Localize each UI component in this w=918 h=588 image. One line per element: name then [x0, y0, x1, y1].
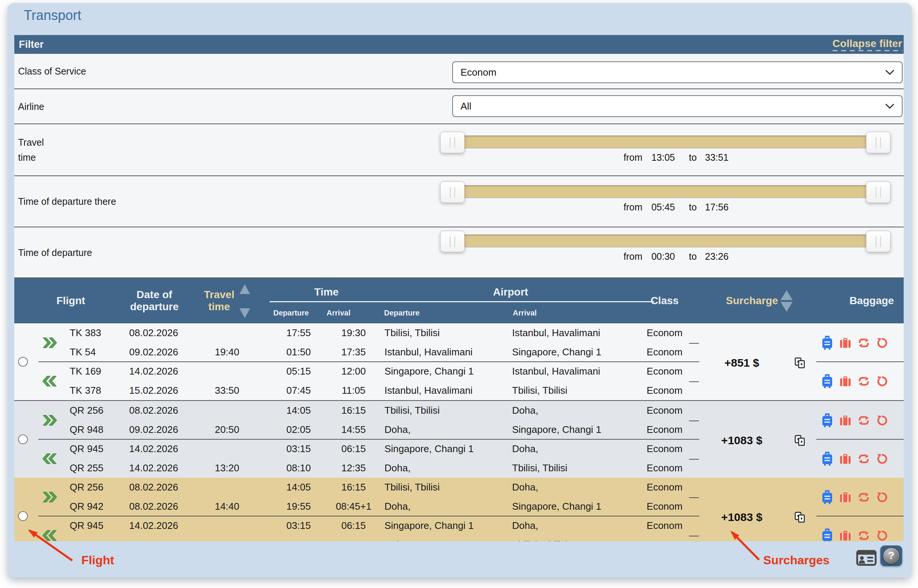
- baggage-luggage-icon[interactable]: [823, 414, 832, 428]
- baggage-luggage-icon[interactable]: [823, 490, 832, 504]
- baggage-luggage-icon[interactable]: [823, 336, 832, 350]
- column-header-baggage: Baggage: [834, 278, 904, 323]
- slider-track[interactable]: [452, 234, 878, 247]
- slider-handle-min[interactable]: [440, 132, 465, 153]
- baggage-actions-outbound: [822, 488, 904, 507]
- column-group-time: Time: [296, 284, 357, 300]
- departure-time: 19:55: [270, 497, 327, 516]
- arrival-airport: Doha,: [512, 439, 636, 459]
- baggage-undo-icon[interactable]: [877, 415, 888, 426]
- fare-dash: —: [685, 415, 703, 425]
- baggage-undo-icon[interactable]: [877, 454, 888, 464]
- to-label: to: [688, 152, 697, 163]
- to-label: to: [688, 202, 697, 212]
- sort-desc-icon[interactable]: [781, 302, 793, 312]
- help-button[interactable]: ?: [880, 546, 902, 566]
- arrival-time: 06:15: [325, 439, 382, 459]
- filter-label: Travel time: [18, 124, 44, 175]
- copy-fare-icon[interactable]: [795, 357, 806, 368]
- range-min-value: 13:05: [651, 152, 675, 163]
- arrival-airport: Doha,: [512, 516, 636, 535]
- baggage-undo-icon[interactable]: [877, 492, 888, 502]
- travel-time-value: 13:20: [199, 535, 255, 541]
- baggage-repeat-icon[interactable]: [858, 454, 870, 464]
- baggage-suitcase-icon[interactable]: [840, 415, 850, 425]
- slider-track[interactable]: [452, 185, 878, 198]
- baggage-suitcase-icon[interactable]: [840, 531, 850, 541]
- departure-airport: Doha,: [385, 535, 509, 541]
- baggage-undo-icon[interactable]: [877, 530, 888, 541]
- baggage-suitcase-icon[interactable]: [840, 338, 850, 348]
- departure-time: 03:15: [270, 516, 327, 535]
- range-min-value: 00:30: [651, 251, 675, 262]
- copy-fare-icon[interactable]: [795, 512, 806, 523]
- sort-asc-icon[interactable]: [239, 284, 250, 294]
- baggage-undo-icon[interactable]: [877, 338, 888, 348]
- flight-segment-row: QR 255 14.02.2026 13:20 08:10 12:35 Doha…: [14, 535, 904, 541]
- baggage-repeat-icon[interactable]: [858, 338, 870, 348]
- arrival-airport: Tbilisi, Tbilisi: [512, 381, 636, 400]
- baggage-actions-outbound: [822, 333, 904, 352]
- baggage-repeat-icon[interactable]: [858, 492, 870, 502]
- arrival-time: 06:15: [325, 516, 382, 535]
- baggage-suitcase-icon[interactable]: [840, 376, 850, 386]
- arrival-airport: Doha,: [512, 478, 636, 497]
- arrival-time: 11:05: [325, 381, 382, 400]
- surcharge-value: +851 $: [704, 357, 779, 369]
- baggage-luggage-icon[interactable]: [823, 374, 832, 388]
- copy-fare-icon[interactable]: [795, 435, 806, 446]
- group-header-underline: [270, 301, 654, 302]
- filter-header-bar: Filter Collapse filter: [14, 35, 904, 54]
- direction-divider: [816, 516, 904, 517]
- baggage-suitcase-icon[interactable]: [840, 493, 850, 502]
- surcharges-annotation: Surcharges: [763, 553, 829, 567]
- departure-time: 02:05: [270, 420, 327, 439]
- subheader-time-arrival: Arrival: [309, 305, 368, 320]
- sort-desc-icon[interactable]: [239, 308, 250, 318]
- collapse-filter-link[interactable]: Collapse filter: [832, 38, 902, 51]
- travel-time-value: [199, 516, 255, 535]
- arrival-airport: Istanbul, Havalimani: [512, 323, 636, 342]
- direction-divider: [39, 361, 699, 362]
- baggage-actions-return: [822, 526, 904, 541]
- table-body: TK 383 08.02.2026 17:55 19:30 Tbilisi, T…: [14, 323, 904, 541]
- column-header-surcharge[interactable]: Surcharge: [714, 278, 790, 323]
- slider-handle-min[interactable]: [440, 231, 465, 252]
- class-of-service-select[interactable]: Econom: [452, 61, 903, 83]
- baggage-luggage-icon[interactable]: [823, 528, 832, 542]
- subheader-airport-arrival: Arrival: [513, 305, 626, 320]
- arrival-airport: Singapore, Changi 1: [512, 497, 636, 516]
- sort-asc-icon[interactable]: [781, 290, 793, 300]
- id-card-icon[interactable]: [856, 550, 877, 566]
- column-group-airport: Airport: [480, 284, 541, 300]
- arrival-airport: Doha,: [512, 401, 636, 420]
- arrival-time: 16:15: [325, 401, 382, 420]
- flight-option-row[interactable]: QR 256 08.02.2026 14:05 16:15 Tbilisi, T…: [14, 478, 904, 541]
- slider-handle-max[interactable]: [866, 132, 891, 153]
- travel-time-value: 19:40: [199, 342, 255, 362]
- range-min-value: 05:45: [651, 202, 675, 212]
- departure-airport: Singapore, Changi 1: [385, 516, 509, 535]
- filter-label: Airline: [18, 89, 44, 123]
- baggage-repeat-icon[interactable]: [858, 376, 870, 387]
- airline-select[interactable]: All: [452, 95, 903, 117]
- baggage-repeat-icon[interactable]: [858, 530, 870, 541]
- slider-handle-min[interactable]: [440, 181, 465, 203]
- departure-time: 03:15: [270, 439, 327, 459]
- slider-track[interactable]: [452, 136, 878, 148]
- baggage-undo-icon[interactable]: [877, 376, 888, 387]
- baggage-luggage-icon[interactable]: [823, 452, 832, 466]
- arrival-time: 19:30: [325, 323, 382, 342]
- slider-handle-max[interactable]: [866, 231, 891, 252]
- subheader-airport-departure: Departure: [384, 305, 497, 320]
- departure-airport: Tbilisi, Tbilisi: [385, 401, 509, 420]
- flight-option-row[interactable]: QR 256 08.02.2026 14:05 16:15 Tbilisi, T…: [14, 401, 904, 478]
- baggage-suitcase-icon[interactable]: [840, 454, 850, 464]
- slider-range-text: from 05:45 to 17:56: [624, 202, 729, 213]
- direction-divider: [816, 439, 904, 440]
- flight-option-row[interactable]: TK 383 08.02.2026 17:55 19:30 Tbilisi, T…: [14, 323, 904, 401]
- slider-handle-max[interactable]: [866, 181, 891, 203]
- baggage-repeat-icon[interactable]: [858, 415, 870, 426]
- arrival-time: 12:35: [325, 459, 382, 478]
- fare-dash: —: [685, 492, 703, 502]
